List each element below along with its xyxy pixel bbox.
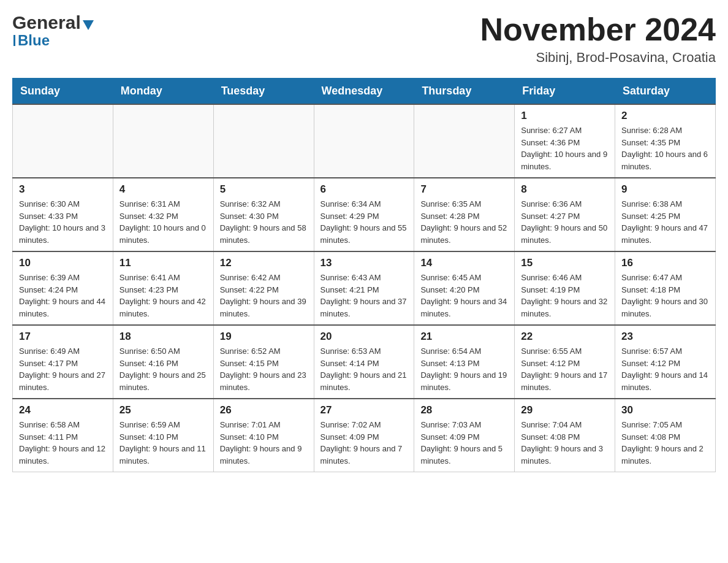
calendar-cell: 19Sunrise: 6:52 AM Sunset: 4:15 PM Dayli…	[213, 325, 314, 399]
day-info: Sunrise: 6:43 AM Sunset: 4:21 PM Dayligh…	[320, 272, 408, 320]
day-info: Sunrise: 6:58 AM Sunset: 4:11 PM Dayligh…	[19, 419, 107, 467]
day-info: Sunrise: 6:49 AM Sunset: 4:17 PM Dayligh…	[19, 345, 107, 393]
day-number: 18	[119, 331, 207, 343]
day-number: 15	[521, 257, 609, 269]
weekday-header-monday: Monday	[113, 79, 213, 105]
day-number: 26	[220, 404, 308, 416]
location-title: Sibinj, Brod-Posavina, Croatia	[480, 50, 716, 66]
calendar-cell: 27Sunrise: 7:02 AM Sunset: 4:09 PM Dayli…	[314, 399, 414, 472]
day-info: Sunrise: 6:50 AM Sunset: 4:16 PM Dayligh…	[119, 345, 207, 393]
day-number: 25	[119, 404, 207, 416]
weekday-header-tuesday: Tuesday	[213, 79, 314, 105]
day-number: 8	[521, 183, 609, 196]
calendar-cell: 16Sunrise: 6:47 AM Sunset: 4:18 PM Dayli…	[615, 251, 716, 325]
day-info: Sunrise: 6:54 AM Sunset: 4:13 PM Dayligh…	[420, 345, 508, 393]
calendar-cell	[213, 104, 314, 178]
day-number: 9	[621, 183, 709, 196]
day-info: Sunrise: 6:32 AM Sunset: 4:30 PM Dayligh…	[220, 198, 308, 246]
day-number: 29	[521, 404, 609, 416]
day-number: 4	[119, 183, 207, 196]
calendar-cell: 29Sunrise: 7:04 AM Sunset: 4:08 PM Dayli…	[515, 399, 615, 472]
day-number: 13	[320, 257, 408, 269]
week-row-4: 17Sunrise: 6:49 AM Sunset: 4:17 PM Dayli…	[13, 325, 716, 399]
day-number: 5	[220, 183, 308, 196]
day-info: Sunrise: 6:41 AM Sunset: 4:23 PM Dayligh…	[119, 272, 207, 320]
day-info: Sunrise: 6:57 AM Sunset: 4:12 PM Dayligh…	[621, 345, 709, 393]
calendar-cell: 26Sunrise: 7:01 AM Sunset: 4:10 PM Dayli…	[213, 399, 314, 472]
logo-line	[13, 35, 15, 46]
day-info: Sunrise: 7:05 AM Sunset: 4:08 PM Dayligh…	[621, 419, 709, 467]
calendar-cell: 15Sunrise: 6:46 AM Sunset: 4:19 PM Dayli…	[515, 251, 615, 325]
day-info: Sunrise: 6:34 AM Sunset: 4:29 PM Dayligh…	[320, 198, 408, 246]
logo-general-text: General	[12, 12, 81, 33]
calendar-cell: 14Sunrise: 6:45 AM Sunset: 4:20 PM Dayli…	[414, 251, 515, 325]
day-info: Sunrise: 6:28 AM Sunset: 4:35 PM Dayligh…	[621, 124, 709, 172]
day-info: Sunrise: 6:39 AM Sunset: 4:24 PM Dayligh…	[19, 272, 107, 320]
calendar-cell: 25Sunrise: 6:59 AM Sunset: 4:10 PM Dayli…	[113, 399, 213, 472]
day-number: 28	[420, 404, 508, 416]
logo-blue-text: Blue	[18, 32, 50, 49]
title-area: November 2024 Sibinj, Brod-Posavina, Cro…	[480, 12, 716, 66]
calendar-cell: 13Sunrise: 6:43 AM Sunset: 4:21 PM Dayli…	[314, 251, 414, 325]
calendar-cell: 1Sunrise: 6:27 AM Sunset: 4:36 PM Daylig…	[515, 104, 615, 178]
day-number: 19	[220, 331, 308, 343]
day-info: Sunrise: 6:42 AM Sunset: 4:22 PM Dayligh…	[220, 272, 308, 320]
calendar-cell: 24Sunrise: 6:58 AM Sunset: 4:11 PM Dayli…	[13, 399, 113, 472]
calendar-cell: 17Sunrise: 6:49 AM Sunset: 4:17 PM Dayli…	[13, 325, 113, 399]
calendar-cell: 23Sunrise: 6:57 AM Sunset: 4:12 PM Dayli…	[615, 325, 716, 399]
logo: General Blue	[12, 12, 94, 49]
day-number: 20	[320, 331, 408, 343]
week-row-3: 10Sunrise: 6:39 AM Sunset: 4:24 PM Dayli…	[13, 251, 716, 325]
calendar-cell: 4Sunrise: 6:31 AM Sunset: 4:32 PM Daylig…	[113, 178, 213, 251]
day-number: 12	[220, 257, 308, 269]
calendar-cell: 22Sunrise: 6:55 AM Sunset: 4:12 PM Dayli…	[515, 325, 615, 399]
calendar-cell: 7Sunrise: 6:35 AM Sunset: 4:28 PM Daylig…	[414, 178, 515, 251]
week-row-5: 24Sunrise: 6:58 AM Sunset: 4:11 PM Dayli…	[13, 399, 716, 472]
day-info: Sunrise: 6:30 AM Sunset: 4:33 PM Dayligh…	[19, 198, 107, 246]
day-number: 17	[19, 331, 107, 343]
day-number: 6	[320, 183, 408, 196]
day-info: Sunrise: 6:47 AM Sunset: 4:18 PM Dayligh…	[621, 272, 709, 320]
calendar-cell: 10Sunrise: 6:39 AM Sunset: 4:24 PM Dayli…	[13, 251, 113, 325]
calendar-cell: 11Sunrise: 6:41 AM Sunset: 4:23 PM Dayli…	[113, 251, 213, 325]
day-number: 3	[19, 183, 107, 196]
weekday-header-friday: Friday	[515, 79, 615, 105]
weekday-header-thursday: Thursday	[414, 79, 515, 105]
week-row-1: 1Sunrise: 6:27 AM Sunset: 4:36 PM Daylig…	[13, 104, 716, 178]
day-number: 30	[621, 404, 709, 416]
calendar-cell: 5Sunrise: 6:32 AM Sunset: 4:30 PM Daylig…	[213, 178, 314, 251]
calendar-cell: 20Sunrise: 6:53 AM Sunset: 4:14 PM Dayli…	[314, 325, 414, 399]
calendar-cell: 18Sunrise: 6:50 AM Sunset: 4:16 PM Dayli…	[113, 325, 213, 399]
calendar-cell: 2Sunrise: 6:28 AM Sunset: 4:35 PM Daylig…	[615, 104, 716, 178]
calendar-cell: 3Sunrise: 6:30 AM Sunset: 4:33 PM Daylig…	[13, 178, 113, 251]
day-info: Sunrise: 6:53 AM Sunset: 4:14 PM Dayligh…	[320, 345, 408, 393]
calendar-cell: 21Sunrise: 6:54 AM Sunset: 4:13 PM Dayli…	[414, 325, 515, 399]
logo-triangle-icon	[83, 20, 94, 30]
weekday-header-row: SundayMondayTuesdayWednesdayThursdayFrid…	[13, 79, 716, 105]
month-title: November 2024	[480, 12, 716, 47]
calendar-cell: 28Sunrise: 7:03 AM Sunset: 4:09 PM Dayli…	[414, 399, 515, 472]
weekday-header-saturday: Saturday	[615, 79, 716, 105]
day-info: Sunrise: 6:31 AM Sunset: 4:32 PM Dayligh…	[119, 198, 207, 246]
day-info: Sunrise: 6:36 AM Sunset: 4:27 PM Dayligh…	[521, 198, 609, 246]
day-number: 14	[420, 257, 508, 269]
day-number: 7	[420, 183, 508, 196]
calendar-cell: 12Sunrise: 6:42 AM Sunset: 4:22 PM Dayli…	[213, 251, 314, 325]
calendar-cell	[414, 104, 515, 178]
day-info: Sunrise: 6:52 AM Sunset: 4:15 PM Dayligh…	[220, 345, 308, 393]
day-info: Sunrise: 6:45 AM Sunset: 4:20 PM Dayligh…	[420, 272, 508, 320]
day-info: Sunrise: 6:55 AM Sunset: 4:12 PM Dayligh…	[521, 345, 609, 393]
day-number: 22	[521, 331, 609, 343]
calendar-cell	[13, 104, 113, 178]
day-info: Sunrise: 6:59 AM Sunset: 4:10 PM Dayligh…	[119, 419, 207, 467]
day-number: 21	[420, 331, 508, 343]
day-number: 10	[19, 257, 107, 269]
calendar-cell: 6Sunrise: 6:34 AM Sunset: 4:29 PM Daylig…	[314, 178, 414, 251]
calendar-cell	[113, 104, 213, 178]
day-number: 2	[621, 110, 709, 122]
day-info: Sunrise: 7:04 AM Sunset: 4:08 PM Dayligh…	[521, 419, 609, 467]
day-number: 24	[19, 404, 107, 416]
day-info: Sunrise: 7:01 AM Sunset: 4:10 PM Dayligh…	[220, 419, 308, 467]
week-row-2: 3Sunrise: 6:30 AM Sunset: 4:33 PM Daylig…	[13, 178, 716, 251]
day-info: Sunrise: 7:03 AM Sunset: 4:09 PM Dayligh…	[420, 419, 508, 467]
